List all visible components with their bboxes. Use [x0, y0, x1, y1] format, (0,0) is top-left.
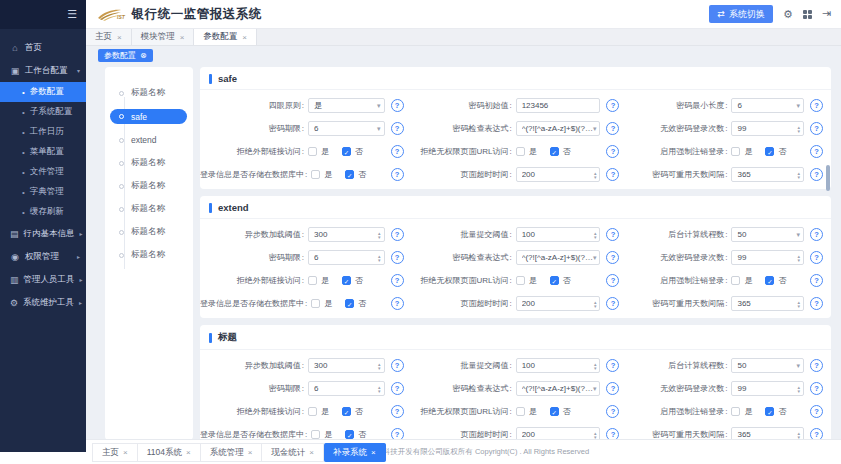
help-icon[interactable]: ?: [391, 251, 404, 264]
sidebar-item-subsystem-config[interactable]: •子系统配置: [0, 102, 86, 122]
spinner-invalid-password-logins[interactable]: 99▴▾: [731, 381, 804, 396]
help-icon[interactable]: ?: [810, 297, 823, 310]
bottom-tab-system-mgmt[interactable]: 系统管理×: [201, 443, 263, 462]
help-icon[interactable]: ?: [810, 359, 823, 372]
spinner-arrows-icon[interactable]: ▴▾: [797, 300, 800, 308]
checkbox-yes[interactable]: [308, 407, 317, 416]
help-icon[interactable]: ?: [606, 228, 619, 241]
select-password-period[interactable]: 6▾: [308, 121, 385, 136]
checkbox-yes[interactable]: [516, 407, 525, 416]
help-icon[interactable]: ?: [810, 145, 823, 158]
help-icon[interactable]: ?: [606, 168, 619, 181]
select-backend-thread-count[interactable]: 50▾: [731, 358, 804, 373]
help-icon[interactable]: ?: [606, 405, 619, 418]
bottom-tab-cash-stats[interactable]: 现金统计×: [262, 443, 324, 462]
select-four-eyes-principle[interactable]: 是▾: [308, 98, 385, 113]
spinner-arrows-icon[interactable]: ▴▾: [594, 362, 597, 370]
help-icon[interactable]: ?: [810, 274, 823, 287]
sidebar-item-file-mgmt[interactable]: •文件管理: [0, 162, 86, 182]
checkbox-no[interactable]: ✓: [342, 276, 351, 285]
logout-icon[interactable]: ⇥: [822, 7, 831, 20]
anchor-item-title-3[interactable]: 标题名称: [105, 179, 193, 193]
help-icon[interactable]: ?: [606, 297, 619, 310]
spinner-invalid-password-logins[interactable]: 99▴▾: [731, 121, 804, 136]
spinner-arrows-icon[interactable]: ▴▾: [594, 231, 597, 239]
checkbox-no[interactable]: ✓: [342, 147, 351, 156]
sidebar-item-menu-config[interactable]: •菜单配置: [0, 142, 86, 162]
spinner-arrows-icon[interactable]: ▴▾: [797, 254, 800, 262]
close-icon[interactable]: ×: [123, 448, 128, 457]
apps-grid-icon[interactable]: [803, 10, 812, 19]
help-icon[interactable]: ?: [606, 145, 619, 158]
checkbox-no[interactable]: ✓: [550, 147, 559, 156]
spinner-arrows-icon[interactable]: ▴▾: [594, 171, 597, 179]
checkbox-no[interactable]: ✓: [345, 170, 354, 179]
sidebar-item-system-maintenance[interactable]: ⚙系统维护工具▸: [0, 291, 86, 314]
help-icon[interactable]: ?: [391, 297, 404, 310]
close-icon[interactable]: ×: [180, 33, 185, 42]
help-icon[interactable]: ?: [606, 274, 619, 287]
system-switch-button[interactable]: ⇄ 系统切换: [709, 5, 773, 23]
sidebar-item-work-calendar[interactable]: •工作日历: [0, 122, 86, 142]
checkbox-no[interactable]: ✓: [342, 407, 351, 416]
anchor-item-title-1[interactable]: 标题名称: [105, 86, 193, 100]
help-icon[interactable]: ?: [606, 122, 619, 135]
checkbox-no[interactable]: ✓: [765, 407, 774, 416]
help-icon[interactable]: ?: [606, 99, 619, 112]
spinner-arrows-icon[interactable]: ▴▾: [594, 431, 597, 439]
help-icon[interactable]: ?: [391, 122, 404, 135]
close-icon[interactable]: ×: [248, 448, 253, 457]
anchor-item-extend[interactable]: extend: [105, 133, 193, 147]
anchor-item-safe[interactable]: safe: [110, 109, 187, 124]
route-tag[interactable]: 参数配置 ⊗: [98, 49, 153, 62]
gear-icon[interactable]: ⚙: [783, 9, 793, 20]
checkbox-yes[interactable]: [311, 430, 320, 439]
checkbox-yes[interactable]: [311, 299, 320, 308]
checkbox-no[interactable]: ✓: [345, 430, 354, 439]
spinner-invalid-password-logins[interactable]: 99▴▾: [731, 250, 804, 265]
spinner-page-timeout[interactable]: 200▴▾: [516, 296, 601, 311]
help-icon[interactable]: ?: [810, 122, 823, 135]
spinner-batch-submit-threshold[interactable]: 100▴▾: [516, 358, 601, 373]
input-password-initial-value[interactable]: 123456: [516, 98, 601, 113]
sidebar-item-workbench-config[interactable]: ▣工作台配置▾: [0, 59, 86, 82]
checkbox-no[interactable]: ✓: [765, 276, 774, 285]
help-icon[interactable]: ?: [606, 251, 619, 264]
spinner-arrows-icon[interactable]: ▴▾: [797, 385, 800, 393]
bottom-tab-system-1104[interactable]: 1104系统×: [138, 443, 201, 462]
spinner-password-period[interactable]: 6▴▾: [308, 250, 385, 265]
checkbox-no[interactable]: ✓: [345, 299, 354, 308]
spinner-page-timeout[interactable]: 200▴▾: [516, 167, 601, 182]
bottom-tab-home[interactable]: 主页×: [92, 443, 138, 462]
help-icon[interactable]: ?: [391, 228, 404, 241]
help-icon[interactable]: ?: [606, 382, 619, 395]
select-password-check-regex[interactable]: ^(?![^a-zA-z]+$)(?!\D+$)([0-9A-Z...▾: [516, 381, 601, 396]
spinner-arrows-icon[interactable]: ▴▾: [797, 125, 800, 133]
help-icon[interactable]: ?: [391, 99, 404, 112]
sidebar-item-bank-basic-info[interactable]: ▤行内基本信息▸: [0, 222, 86, 245]
spinner-async-load-threshold[interactable]: 300▴▾: [308, 227, 385, 242]
help-icon[interactable]: ?: [606, 359, 619, 372]
checkbox-yes[interactable]: [731, 407, 740, 416]
select-backend-thread-count[interactable]: 50▾: [731, 227, 804, 242]
help-icon[interactable]: ?: [391, 359, 404, 372]
sidebar-item-cache-refresh[interactable]: •缓存刷新: [0, 202, 86, 222]
checkbox-yes[interactable]: [731, 276, 740, 285]
spinner-password-reuse-days[interactable]: 365▴▾: [731, 296, 804, 311]
help-icon[interactable]: ?: [810, 251, 823, 264]
spinner-async-load-threshold[interactable]: 300▴▾: [308, 358, 385, 373]
anchor-item-title-4[interactable]: 标题名称: [105, 202, 193, 216]
spinner-arrows-icon[interactable]: ▴▾: [378, 362, 381, 370]
checkbox-yes[interactable]: [516, 147, 525, 156]
help-icon[interactable]: ?: [810, 228, 823, 241]
checkbox-yes[interactable]: [311, 170, 320, 179]
help-icon[interactable]: ?: [810, 168, 823, 181]
sidebar-item-dict-mgmt[interactable]: •字典管理: [0, 182, 86, 202]
tab-param-config[interactable]: 参数配置×: [194, 29, 257, 45]
sidebar-item-admin-tools[interactable]: ▥管理人员工具▸: [0, 268, 86, 291]
spinner-arrows-icon[interactable]: ▴▾: [378, 254, 381, 262]
sidebar-item-param-config[interactable]: •参数配置: [0, 82, 86, 102]
checkbox-yes[interactable]: [731, 147, 740, 156]
select-password-check-regex[interactable]: ^(?![^a-zA-z]+$)(?!\D+$)([0-9A-Z...▾: [516, 121, 601, 136]
spinner-password-reuse-days[interactable]: 365▴▾: [731, 167, 804, 182]
